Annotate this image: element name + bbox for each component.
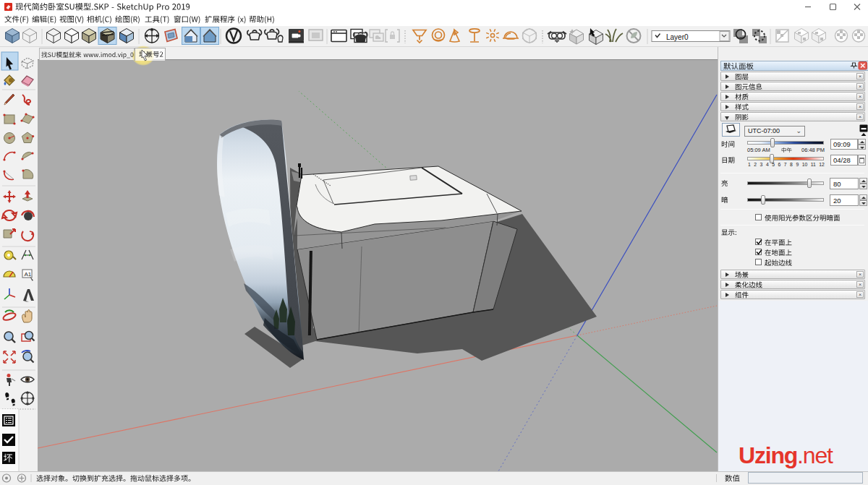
svg-text:A1: A1 bbox=[25, 271, 32, 278]
